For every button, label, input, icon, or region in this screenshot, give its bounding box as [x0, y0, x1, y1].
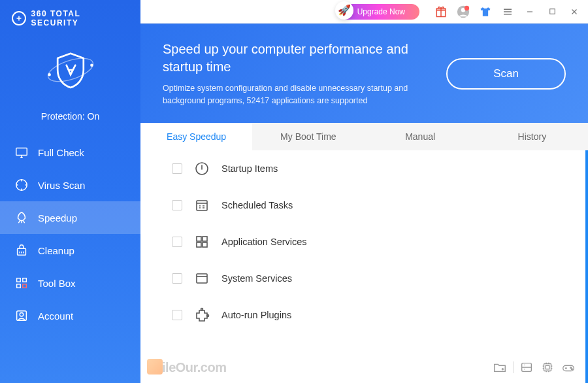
svg-point-11: [20, 312, 24, 316]
svg-rect-21: [197, 242, 201, 247]
calendar-icon: [194, 197, 210, 213]
svg-point-2: [90, 64, 93, 67]
category-label: Application Services: [221, 237, 307, 247]
main-panel: 🚀 Upgrade Now: [140, 0, 588, 383]
category-label: Auto-run Plugins: [221, 310, 291, 320]
svg-point-30: [570, 367, 572, 369]
sidebar-item-label: Account: [38, 310, 73, 322]
hero-subtitle: Optimize system configuration and disabl…: [163, 82, 437, 107]
svg-rect-8: [17, 284, 21, 288]
category-checkbox[interactable]: [172, 237, 182, 247]
sidebar-item-label: Speedup: [38, 212, 77, 224]
svg-point-24: [201, 308, 203, 310]
power-icon: [194, 161, 210, 176]
tab-my-boot-time[interactable]: My Boot Time: [252, 123, 364, 150]
svg-point-25: [207, 314, 209, 316]
sidebar-item-full-check[interactable]: Full Check: [0, 136, 140, 169]
minimize-button[interactable]: [520, 2, 540, 22]
hero-banner: Speed up your computer performance and s…: [140, 24, 588, 123]
cpu-icon[interactable]: [540, 359, 555, 375]
svg-rect-6: [17, 278, 21, 282]
category-label: Startup Items: [221, 163, 278, 174]
svg-rect-23: [197, 274, 207, 283]
svg-rect-19: [197, 237, 201, 241]
hero-title: Speed up your computer performance and s…: [163, 41, 437, 76]
rocket-icon: [14, 210, 29, 225]
category-checkbox[interactable]: [172, 163, 182, 174]
svg-rect-22: [203, 242, 207, 247]
sidebar-item-label: Cleanup: [38, 245, 74, 256]
svg-rect-27: [544, 364, 551, 371]
separator: [513, 361, 514, 373]
profile-icon[interactable]: [453, 2, 473, 22]
titlebar: 🚀 Upgrade Now: [140, 0, 588, 24]
category-row: Application Services: [140, 224, 585, 260]
plugin-icon: [194, 307, 210, 323]
sidebar-item-label: Virus Scan: [38, 180, 85, 191]
app-logo: 360 TOTAL SECURITY: [0, 0, 140, 33]
maximize-button[interactable]: [542, 2, 562, 22]
sidebar-nav: Full Check Virus Scan Speedup Cleanup: [0, 136, 140, 332]
footer-toolbar: [492, 359, 576, 375]
svg-rect-28: [546, 365, 549, 369]
sidebar-item-toolbox[interactable]: Tool Box: [0, 267, 140, 299]
sidebar-item-label: Full Check: [38, 147, 84, 158]
category-list: Startup Items Scheduled Tasks Applicatio…: [140, 150, 588, 384]
upgrade-label: Upgrade Now: [357, 7, 405, 16]
protection-shield-icon: [0, 33, 140, 106]
tab-history[interactable]: History: [476, 123, 588, 150]
category-row: Scheduled Tasks: [140, 187, 585, 224]
tab-easy-speedup[interactable]: Easy Speedup: [140, 123, 252, 150]
svg-point-1: [48, 73, 51, 76]
category-checkbox[interactable]: [172, 310, 182, 320]
category-label: Scheduled Tasks: [221, 200, 293, 210]
drive-icon[interactable]: [519, 359, 534, 375]
svg-rect-3: [16, 148, 27, 156]
tab-bar: Easy Speedup My Boot Time Manual History: [140, 123, 588, 150]
upgrade-button[interactable]: 🚀 Upgrade Now: [338, 4, 419, 20]
sidebar-item-virus-scan[interactable]: Virus Scan: [0, 169, 140, 201]
grid-icon: [14, 276, 29, 290]
svg-rect-9: [23, 284, 27, 288]
category-row: Auto-run Plugins: [140, 297, 585, 333]
close-button[interactable]: [564, 2, 584, 22]
sidebar-item-account[interactable]: Account: [0, 299, 140, 332]
rocket-badge-icon: 🚀: [335, 1, 353, 20]
sidebar-item-label: Tool Box: [38, 278, 76, 289]
sidebar: 360 TOTAL SECURITY Protection: On Full C…: [0, 0, 140, 383]
user-icon: [14, 308, 29, 323]
sidebar-item-cleanup[interactable]: Cleanup: [0, 234, 140, 267]
window-icon: [194, 271, 210, 286]
gamepad-icon[interactable]: [561, 359, 576, 375]
svg-rect-18: [197, 201, 207, 210]
app-name: 360 TOTAL SECURITY: [31, 9, 129, 27]
category-row: Startup Items: [140, 150, 585, 187]
menu-icon[interactable]: [498, 2, 517, 22]
svg-rect-16: [549, 9, 555, 14]
sidebar-item-speedup[interactable]: Speedup: [0, 201, 140, 234]
broom-icon: [14, 243, 29, 258]
crosshair-icon: [14, 178, 29, 192]
scan-button[interactable]: Scan: [446, 58, 566, 90]
svg-point-15: [465, 5, 469, 10]
apps-grid-icon: [194, 234, 210, 250]
svg-rect-7: [23, 278, 27, 282]
category-row: System Services: [140, 260, 585, 297]
logo-badge-icon: [12, 11, 26, 25]
monitor-icon: [14, 145, 29, 159]
category-label: System Services: [221, 273, 292, 284]
category-checkbox[interactable]: [172, 200, 182, 210]
protection-status: Protection: On: [0, 106, 140, 136]
tab-manual[interactable]: Manual: [365, 123, 476, 150]
tshirt-icon[interactable]: [476, 2, 495, 22]
svg-rect-20: [203, 237, 207, 241]
category-checkbox[interactable]: [172, 273, 182, 284]
gift-icon[interactable]: [431, 2, 451, 22]
folder-add-icon[interactable]: [492, 359, 508, 375]
svg-point-31: [572, 369, 573, 370]
